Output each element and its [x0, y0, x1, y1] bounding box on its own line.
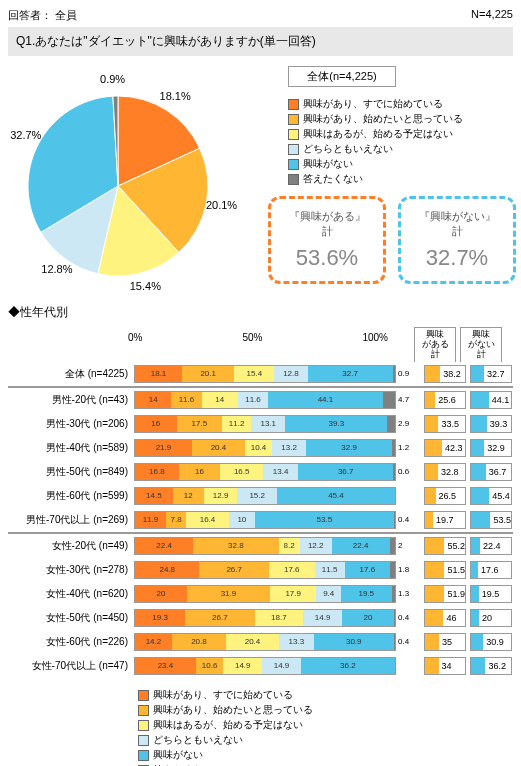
top-section: 全体(n=4,225) 18.1%20.1%15.4%12.8%32.7%0.9…	[8, 66, 513, 296]
bar-row: 男性-40代 (n=589)21.920.410.413.232.91.2 42…	[8, 436, 513, 460]
respondent-label: 回答者： 全員	[8, 8, 77, 23]
bar-row: 女性-70代以上 (n=47)23.410.614.914.936.2 34 3…	[8, 654, 513, 678]
bar-row: 男性-70代以上 (n=269)11.97.816.41053.50.4 19.…	[8, 508, 513, 533]
not-interested-title: 『興味がない』計	[417, 209, 497, 239]
bar-row: 男性-60代 (n=599)14.51212.915.245.4 26.5 45…	[8, 484, 513, 508]
sum-no-header: 興味がない計	[460, 327, 502, 362]
bar-legend: 興味があり、すでに始めている興味があり、始めたいと思っている興味はあるが、始める…	[138, 688, 513, 766]
not-interested-total-box: 『興味がない』計 32.7%	[398, 196, 516, 284]
interested-value: 53.6%	[287, 245, 367, 271]
bar-row: 女性-40代 (n=620)2031.917.99.419.51.3 51.9 …	[8, 582, 513, 606]
bar-row: 女性-30代 (n=278)24.826.717.611.517.61.8 51…	[8, 558, 513, 582]
pie-chart	[18, 86, 218, 288]
pie-legend: 興味があり、すでに始めている興味があり、始めたいと思っている興味はあるが、始める…	[288, 96, 463, 187]
bar-row: 女性-60代 (n=226)14.220.820.413.330.90.4 35…	[8, 630, 513, 654]
bar-row: 男性-20代 (n=43)1411.61411.644.14.7 25.6 44…	[8, 387, 513, 412]
bar-row: 男性-50代 (n=849)16.81616.513.436.70.6 32.8…	[8, 460, 513, 484]
x-axis: 0% 50% 100%	[128, 327, 388, 343]
stacked-bar-chart: 0% 50% 100% 興味がある計 興味がない計 全体 (n=4225)18.…	[8, 327, 513, 766]
overall-n-label: 全体(n=4,225)	[288, 66, 396, 87]
interested-title: 『興味がある』計	[287, 209, 367, 239]
bar-row: 全体 (n=4225)18.120.115.412.832.70.9 38.2 …	[8, 362, 513, 387]
header: 回答者： 全員 N=4,225	[8, 8, 513, 23]
n-label: N=4,225	[471, 8, 513, 23]
question-title: Q1.あなたは"ダイエット"に興味がありますか(単一回答)	[8, 27, 513, 56]
bar-row: 男性-30代 (n=206)1617.511.213.139.32.9 33.5…	[8, 412, 513, 436]
interested-total-box: 『興味がある』計 53.6%	[268, 196, 386, 284]
subsection-title: ◆性年代別	[8, 304, 513, 321]
sum-yes-header: 興味がある計	[414, 327, 456, 362]
bar-row: 女性-20代 (n=49)22.432.88.212.222.42 55.2 2…	[8, 533, 513, 558]
not-interested-value: 32.7%	[417, 245, 497, 271]
bar-row: 女性-50代 (n=450)19.326.718.714.9200.4 46 2…	[8, 606, 513, 630]
